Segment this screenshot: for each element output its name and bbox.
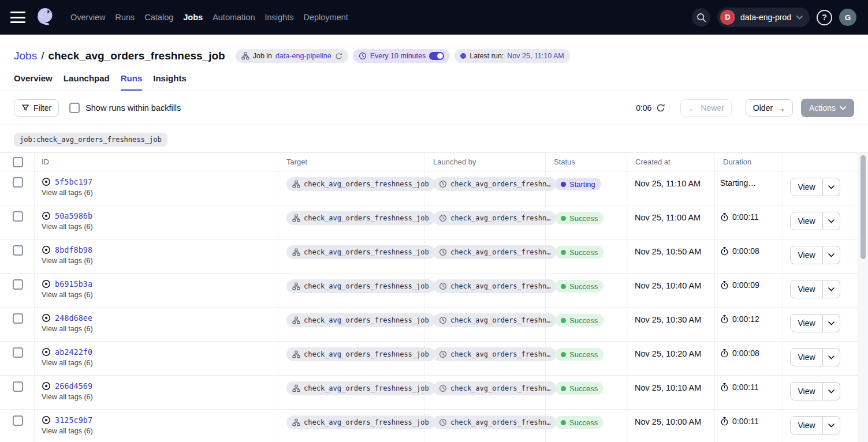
row-checkbox[interactable] xyxy=(13,347,23,358)
launched-by-pill[interactable]: check_avg_orders_freshn… xyxy=(433,381,556,395)
sync-icon[interactable] xyxy=(335,53,342,60)
view-all-tags-link[interactable]: View all tags (6) xyxy=(42,393,278,401)
target-pill[interactable]: check_avg_orders_freshness_job xyxy=(286,313,435,327)
target-pill[interactable]: check_avg_orders_freshness_job xyxy=(286,211,435,225)
select-all-checkbox[interactable] xyxy=(13,157,23,167)
launched-by-pill[interactable]: check_avg_orders_freshn… xyxy=(433,245,556,259)
tab-runs[interactable]: Runs xyxy=(121,73,143,91)
older-button[interactable]: Older → xyxy=(746,99,793,117)
launched-by-pill[interactable]: check_avg_orders_freshn… xyxy=(433,347,556,361)
run-id-link[interactable]: b6915b3a xyxy=(55,279,92,289)
vertical-scrollbar-thumb[interactable] xyxy=(860,155,866,259)
nav-item-overview[interactable]: Overview xyxy=(70,13,105,22)
chevron-down-icon xyxy=(828,389,835,394)
target-pill[interactable]: check_avg_orders_freshness_job xyxy=(286,347,435,361)
run-id-link[interactable]: 3125c9b7 xyxy=(55,415,92,425)
schedule-toggle[interactable] xyxy=(429,52,444,60)
view-all-tags-link[interactable]: View all tags (6) xyxy=(42,223,278,231)
view-run-dropdown-button[interactable] xyxy=(823,348,840,366)
tab-overview[interactable]: Overview xyxy=(14,73,53,91)
backfills-checkbox[interactable] xyxy=(69,103,80,113)
view-run-button[interactable]: View xyxy=(790,280,823,298)
launched-by-pill[interactable]: check_avg_orders_freshn… xyxy=(433,279,556,293)
view-run-button[interactable]: View xyxy=(790,314,823,332)
view-run-button[interactable]: View xyxy=(790,178,823,196)
run-id-link[interactable]: ab2422f0 xyxy=(55,347,92,357)
vertical-scrollbar-track[interactable] xyxy=(858,153,868,442)
view-run-dropdown-button[interactable] xyxy=(823,246,840,264)
launched-by-pill[interactable]: check_avg_orders_freshn… xyxy=(433,211,556,225)
refresh-icon[interactable] xyxy=(656,103,665,113)
code-location-link[interactable]: data-eng-pipeline xyxy=(275,52,331,60)
tab-insights[interactable]: Insights xyxy=(153,73,187,91)
search-button[interactable] xyxy=(692,8,710,27)
status-badge[interactable]: Success xyxy=(555,246,603,259)
status-badge[interactable]: Starting xyxy=(555,178,601,190)
nav-item-catalog[interactable]: Catalog xyxy=(144,13,173,22)
avatar[interactable]: G xyxy=(839,9,856,26)
view-run-dropdown-button[interactable] xyxy=(823,382,840,400)
row-checkbox[interactable] xyxy=(13,245,23,256)
view-run-dropdown-button[interactable] xyxy=(823,178,840,196)
status-badge[interactable]: Success xyxy=(555,382,603,395)
target-pill[interactable]: check_avg_orders_freshness_job xyxy=(286,279,435,293)
target-pill[interactable]: check_avg_orders_freshness_job xyxy=(286,245,435,259)
nav-item-deployment[interactable]: Deployment xyxy=(303,13,348,22)
target-pill[interactable]: check_avg_orders_freshness_job xyxy=(286,415,435,429)
status-badge[interactable]: Success xyxy=(555,314,603,327)
actions-button[interactable]: Actions xyxy=(801,99,854,117)
run-id-link[interactable]: 8bdf8b98 xyxy=(55,245,92,254)
row-checkbox[interactable] xyxy=(13,279,23,290)
launched-by-pill[interactable]: check_avg_orders_freshn… xyxy=(433,415,556,429)
dagster-logo-icon[interactable] xyxy=(33,6,57,29)
view-all-tags-link[interactable]: View all tags (6) xyxy=(42,257,278,265)
view-all-tags-link[interactable]: View all tags (6) xyxy=(42,359,278,367)
status-badge[interactable]: Success xyxy=(555,348,603,361)
deployment-switcher[interactable]: D data-eng-prod xyxy=(717,8,810,27)
newer-button[interactable]: ← Newer xyxy=(680,99,731,117)
view-run-dropdown-button[interactable] xyxy=(823,280,840,298)
nav-item-runs[interactable]: Runs xyxy=(115,13,135,22)
run-id-link[interactable]: 248d68ee xyxy=(55,313,92,323)
view-all-tags-link[interactable]: View all tags (6) xyxy=(42,189,278,197)
nav-item-automation[interactable]: Automation xyxy=(213,13,255,22)
target-pill[interactable]: check_avg_orders_freshness_job xyxy=(286,381,435,395)
nav-item-insights[interactable]: Insights xyxy=(265,13,293,22)
view-run-button[interactable]: View xyxy=(790,212,823,230)
view-run-dropdown-button[interactable] xyxy=(823,212,840,230)
launched-by-pill[interactable]: check_avg_orders_freshn… xyxy=(433,177,556,191)
row-checkbox[interactable] xyxy=(13,313,23,324)
help-icon[interactable]: ? xyxy=(817,10,832,25)
run-id-link[interactable]: 50a5986b xyxy=(55,211,92,220)
view-all-tags-link[interactable]: View all tags (6) xyxy=(42,325,278,333)
run-target-icon xyxy=(42,279,51,289)
backfills-label[interactable]: Show runs within backfills xyxy=(85,103,181,113)
view-all-tags-link[interactable]: View all tags (6) xyxy=(42,427,278,435)
filter-button[interactable]: Filter xyxy=(14,99,59,117)
view-all-tags-link[interactable]: View all tags (6) xyxy=(42,291,278,299)
breadcrumb-jobs-link[interactable]: Jobs xyxy=(14,50,37,62)
tab-launchpad[interactable]: Launchpad xyxy=(64,73,110,91)
run-id-link[interactable]: 266d4569 xyxy=(55,381,92,391)
status-badge[interactable]: Success xyxy=(555,212,603,224)
run-id-link[interactable]: 5f5bc197 xyxy=(55,177,92,186)
status-badge[interactable]: Success xyxy=(555,416,603,429)
nav-item-jobs[interactable]: Jobs xyxy=(183,13,203,22)
view-run-button[interactable]: View xyxy=(790,348,823,366)
row-checkbox[interactable] xyxy=(13,415,23,426)
launched-by-pill[interactable]: check_avg_orders_freshn… xyxy=(433,313,556,327)
latest-run-link[interactable]: Nov 25, 11:10 AM xyxy=(507,52,564,60)
hamburger-menu-icon[interactable] xyxy=(10,12,25,23)
view-run-dropdown-button[interactable] xyxy=(823,314,840,332)
row-checkbox[interactable] xyxy=(13,381,23,392)
view-run-dropdown-button[interactable] xyxy=(823,416,840,434)
view-run-button[interactable]: View xyxy=(790,416,823,434)
status-badge[interactable]: Success xyxy=(555,280,603,293)
row-checkbox[interactable] xyxy=(13,177,23,188)
job-filter-tag[interactable]: job:check_avg_orders_freshness_job xyxy=(14,133,167,147)
row-checkbox[interactable] xyxy=(13,211,23,222)
view-run-button[interactable]: View xyxy=(790,382,823,400)
target-pill[interactable]: check_avg_orders_freshness_job xyxy=(286,177,435,191)
view-run-button[interactable]: View xyxy=(790,246,823,264)
duration-cell: 0:00:11 xyxy=(715,205,783,239)
